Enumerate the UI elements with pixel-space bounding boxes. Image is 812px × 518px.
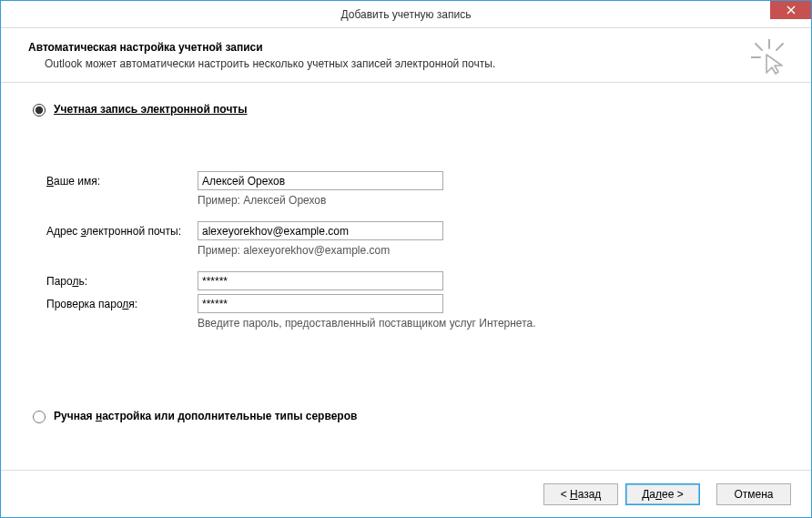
cancel-button[interactable]: Отмена (716, 483, 791, 505)
option-manual-setup[interactable]: Ручная настройка или дополнительные типы… (28, 408, 784, 423)
wizard-title: Автоматическая настройка учетной записи (28, 41, 784, 54)
option-email-account[interactable]: Учетная запись электронной почты (28, 101, 784, 117)
add-account-dialog: Добавить учетную запись Автоматическая н… (0, 0, 812, 518)
radio-email-account-label[interactable]: Учетная запись электронной почты (54, 103, 248, 116)
cursor-click-icon (751, 39, 787, 76)
email-label: Адрес электронной почты: (46, 225, 198, 238)
svg-line-5 (776, 44, 783, 50)
back-button[interactable]: < Назад (543, 483, 618, 505)
email-hint: Пример: alexeyorekhov@example.com (198, 244, 390, 257)
password-label: Пароль: (46, 275, 198, 288)
email-form: Ваше имя: Пример: Алексей Орехов Адрес э… (46, 171, 784, 330)
titlebar: Добавить учетную запись (1, 1, 811, 28)
close-button[interactable] (770, 1, 811, 19)
next-button[interactable]: Далее > (625, 483, 700, 505)
wizard-body: Учетная запись электронной почты Ваше им… (1, 83, 811, 470)
radio-manual-setup-label[interactable]: Ручная настройка или дополнительные типы… (54, 410, 357, 422)
wizard-header: Автоматическая настройка учетной записи … (1, 28, 811, 83)
password-hint: Введите пароль, предоставленный поставщи… (198, 317, 536, 330)
radio-email-account[interactable] (33, 104, 46, 117)
radio-manual-setup[interactable] (33, 411, 46, 423)
name-input[interactable] (198, 171, 443, 190)
confirm-password-label: Проверка пароля: (46, 298, 198, 310)
window-title: Добавить учетную запись (341, 8, 472, 21)
wizard-subtitle: Outlook может автоматически настроить не… (45, 57, 784, 70)
confirm-password-input[interactable] (198, 294, 443, 313)
svg-line-4 (756, 44, 762, 50)
email-input[interactable] (198, 221, 443, 240)
name-hint: Пример: Алексей Орехов (198, 194, 326, 207)
close-icon (787, 5, 796, 15)
password-input[interactable] (198, 271, 443, 290)
name-label: Ваше имя: (46, 175, 198, 188)
wizard-footer: < Назад Далее > Отмена (1, 470, 811, 517)
